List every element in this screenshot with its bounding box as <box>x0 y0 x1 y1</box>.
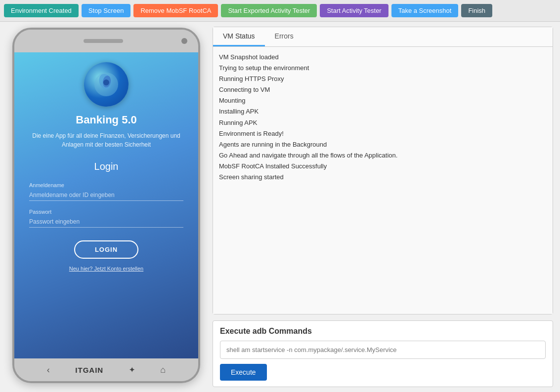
start-activity-button[interactable]: Start Activity Tester <box>320 4 388 17</box>
vm-status-log: VM Snapshot loaded Trying to setup the e… <box>213 47 553 314</box>
username-label: Anmeldename <box>29 182 183 188</box>
finish-button[interactable]: Finish <box>461 4 492 17</box>
back-icon[interactable]: ‹ <box>47 365 50 375</box>
login-button[interactable]: LOGIN <box>74 240 138 259</box>
username-input-display[interactable]: Anmeldename oder ID eingeben <box>29 190 183 201</box>
phone-bottom-bar: ‹ ITGAIN ✦ ⌂ <box>14 358 198 381</box>
phone-panel: Banking 5.0 Die eine App für all deine F… <box>0 22 213 392</box>
start-exported-button[interactable]: Start Exported Activity Tester <box>221 4 317 17</box>
execute-button[interactable]: Execute <box>220 364 267 381</box>
phone-camera <box>181 38 187 44</box>
main-layout: Banking 5.0 Die eine App für all deine F… <box>0 22 560 392</box>
adb-input[interactable] <box>220 341 546 359</box>
app-logo-icon <box>93 72 119 97</box>
phone-shell: Banking 5.0 Die eine App für all deine F… <box>12 28 200 383</box>
app-logo <box>84 62 129 107</box>
password-label: Passwort <box>29 209 183 215</box>
brand-name: ITGAIN <box>75 366 103 374</box>
take-screenshot-button[interactable]: Take a Screenshot <box>391 4 459 17</box>
register-link[interactable]: Neu hier? Jetzt Konto erstellen <box>69 266 143 272</box>
home-icon[interactable]: ⌂ <box>160 365 166 375</box>
brand-suffix: ✦ <box>129 366 135 374</box>
adb-section: Execute adb Commands Execute <box>213 320 553 387</box>
tab-vm-status[interactable]: VM Status <box>213 27 265 46</box>
login-heading: Login <box>94 161 119 172</box>
remove-mobsf-button[interactable]: Remove MobSF RootCA <box>133 4 218 17</box>
password-input-display[interactable]: Passwort eingeben <box>29 216 183 228</box>
app-title: Banking 5.0 <box>76 114 136 126</box>
toolbar: Environment Created Stop Screen Remove M… <box>0 0 560 22</box>
app-subtitle: Die eine App für all deine Finanzen, Ver… <box>29 131 183 149</box>
phone-screen: Banking 5.0 Die eine App für all deine F… <box>14 52 198 358</box>
svg-point-3 <box>103 79 109 85</box>
right-panel: VM Status Errors VM Snapshot loaded Tryi… <box>213 22 560 392</box>
vm-status-container: VM Status Errors VM Snapshot loaded Tryi… <box>213 27 553 314</box>
phone-speaker <box>84 39 123 43</box>
env-created-button[interactable]: Environment Created <box>4 4 79 17</box>
stop-screen-button[interactable]: Stop Screen <box>82 4 131 17</box>
adb-title: Execute adb Commands <box>220 327 546 336</box>
phone-top-bar <box>14 30 198 52</box>
tab-errors[interactable]: Errors <box>265 27 303 46</box>
login-form: Anmeldename Anmeldename oder ID eingeben… <box>29 182 183 235</box>
tabs-header: VM Status Errors <box>213 27 553 47</box>
